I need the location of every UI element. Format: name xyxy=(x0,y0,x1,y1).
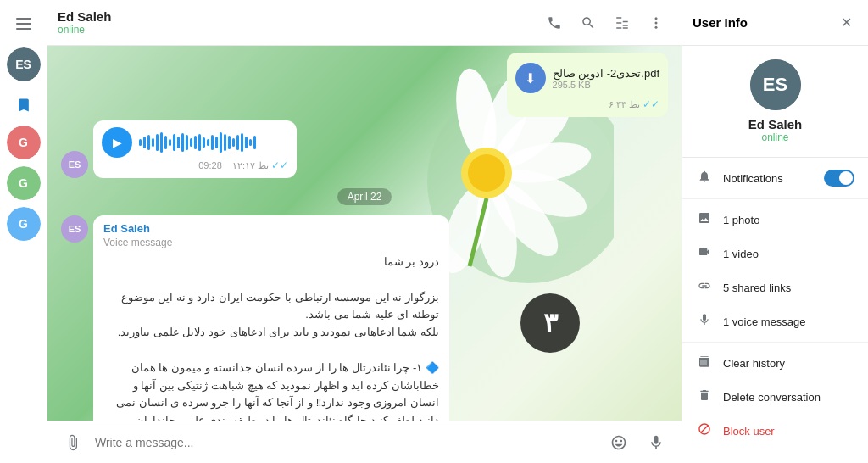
voice-messages-item[interactable]: 1 voice message xyxy=(682,304,868,338)
panel-actions-section: Clear history Delete conversation Block … xyxy=(682,343,868,451)
svg-point-4 xyxy=(655,21,658,24)
message-type-label: Voice message xyxy=(103,237,439,248)
attach-button[interactable] xyxy=(58,427,88,458)
file-info: تحدی2- ادوین صالح.pdf 295.5 KB xyxy=(553,67,659,90)
panel-user-name: Ed Saleh xyxy=(748,117,802,131)
notifications-toggle[interactable] xyxy=(824,170,854,187)
contact-2-avatar: G xyxy=(7,166,41,200)
delete-conversation-icon xyxy=(696,388,713,405)
microphone-icon xyxy=(696,313,713,330)
voice-message-bubble: Ed Saleh Voice message درود بر شما بزرگو… xyxy=(93,215,449,421)
sender-avatar-audio: ES xyxy=(61,151,88,178)
contact-3-avatar: G xyxy=(7,207,41,241)
play-button[interactable]: ▶ xyxy=(102,127,132,158)
audio-message-row: ES ▶ xyxy=(61,120,668,178)
clear-history-label: Clear history xyxy=(723,357,785,370)
file-message-bubble: ⬇ تحدی2- ادوین صالح.pdf 295.5 KB ۶:۳۳ بط… xyxy=(507,53,668,117)
clear-history-icon xyxy=(696,354,713,371)
toggle-knob xyxy=(839,171,853,185)
videos-item[interactable]: 1 video xyxy=(682,237,868,271)
panel-user-status: online xyxy=(761,131,788,143)
chat-contact-status: online xyxy=(58,24,532,36)
panel-stats-section: 1 photo 1 video 5 shared links xyxy=(682,199,868,343)
number-badge: ۳ xyxy=(520,293,580,353)
chat-input-area xyxy=(47,421,682,463)
file-message-row: ⬇ تحدی2- ادوین صالح.pdf 295.5 KB ۶:۳۳ بط… xyxy=(61,53,668,117)
voice-messages-label: 1 voice message xyxy=(723,315,854,328)
links-label: 5 shared links xyxy=(723,282,854,294)
svg-point-5 xyxy=(655,25,658,28)
sidebar-contact-2[interactable]: G xyxy=(7,166,41,200)
svg-rect-2 xyxy=(16,28,31,30)
block-user-icon xyxy=(696,422,713,439)
panel-notifications-section: Notifications xyxy=(682,158,868,199)
file-size: 295.5 KB xyxy=(553,80,659,90)
panel-header: User Info ✕ xyxy=(682,0,868,46)
audio-player: ▶ xyxy=(102,127,288,158)
delete-conversation-item[interactable]: Delete conversation xyxy=(682,380,868,414)
chat-header-actions xyxy=(539,8,671,38)
audio-duration: 09:28 xyxy=(198,160,222,170)
message-input[interactable] xyxy=(95,436,597,449)
notifications-label: Notifications xyxy=(723,172,814,185)
links-item[interactable]: 5 shared links xyxy=(682,271,868,304)
photos-label: 1 photo xyxy=(723,214,854,226)
delete-conversation-label: Delete conversation xyxy=(723,391,821,404)
my-avatar-circle: ES xyxy=(7,47,41,81)
contact-1-avatar: G xyxy=(7,126,41,159)
audio-read-receipt: ✓✓ xyxy=(271,159,288,171)
svg-point-3 xyxy=(655,17,658,20)
photos-item[interactable]: 1 photo xyxy=(682,203,868,237)
number-circle: ۳ xyxy=(520,293,580,353)
chat-area: Ed Saleh online xyxy=(47,0,682,463)
svg-rect-0 xyxy=(16,18,31,20)
chat-messages: ⬇ تحدی2- ادوین صالح.pdf 295.5 KB ۶:۳۳ بط… xyxy=(47,46,682,421)
phone-button[interactable] xyxy=(539,8,570,38)
my-avatar[interactable]: ES xyxy=(7,47,41,81)
panel-title: User Info xyxy=(693,15,827,30)
date-label: April 22 xyxy=(337,188,392,205)
audio-waveform xyxy=(139,131,288,154)
panel-user-section: ES Ed Saleh online xyxy=(682,46,868,158)
messages-container: ⬇ تحدی2- ادوین صالح.pdf 295.5 KB ۶:۳۳ بط… xyxy=(47,46,682,421)
chat-header-info: Ed Saleh online xyxy=(58,9,532,36)
panel-user-avatar: ES xyxy=(750,59,801,110)
message-content: درود بر شما بزرگوار نه این موسسه ارتباطی… xyxy=(103,254,439,421)
audio-message-bubble: ▶ xyxy=(93,120,297,178)
sender-avatar-voice: ES xyxy=(61,215,88,243)
audio-message-time: 09:28 ۱۲:۱۷ بط ✓✓ xyxy=(102,159,288,171)
link-icon xyxy=(696,279,713,296)
chat-contact-name: Ed Saleh xyxy=(58,9,532,24)
file-name: تحدی2- ادوین صالح.pdf xyxy=(553,67,659,80)
message-sender-name: Ed Saleh xyxy=(103,222,439,235)
file-download-icon[interactable]: ⬇ xyxy=(515,63,546,93)
video-icon xyxy=(696,245,713,262)
user-info-panel: User Info ✕ ES Ed Saleh online Notificat… xyxy=(682,0,868,463)
photo-icon xyxy=(696,211,713,228)
bell-icon xyxy=(696,170,713,187)
more-button[interactable] xyxy=(641,8,671,38)
svg-rect-1 xyxy=(16,23,31,25)
block-user-item[interactable]: Block user xyxy=(682,414,868,448)
panel-close-button[interactable]: ✕ xyxy=(834,11,858,35)
sidebar-contact-1[interactable]: G xyxy=(7,126,41,159)
file-attachment: ⬇ تحدی2- ادوین صالح.pdf 295.5 KB xyxy=(515,59,659,97)
block-user-label: Block user xyxy=(723,425,775,438)
sidebar: ES G G G xyxy=(0,0,47,463)
menu-button[interactable] xyxy=(7,7,41,41)
layout-button[interactable] xyxy=(607,8,637,38)
date-divider: April 22 xyxy=(61,188,668,205)
read-receipt-icon: ✓✓ xyxy=(643,98,659,110)
mic-button[interactable] xyxy=(641,427,671,458)
search-button[interactable] xyxy=(573,8,604,38)
file-message-time: ۶:۳۳ بط ✓✓ xyxy=(515,98,659,110)
sidebar-bookmark-icon[interactable] xyxy=(7,88,41,122)
notifications-item[interactable]: Notifications xyxy=(682,161,868,195)
clear-history-item[interactable]: Clear history xyxy=(682,346,868,380)
sidebar-contact-3[interactable]: G xyxy=(7,207,41,241)
videos-label: 1 video xyxy=(723,248,854,260)
emoji-button[interactable] xyxy=(604,427,634,458)
chat-header: Ed Saleh online xyxy=(47,0,682,46)
